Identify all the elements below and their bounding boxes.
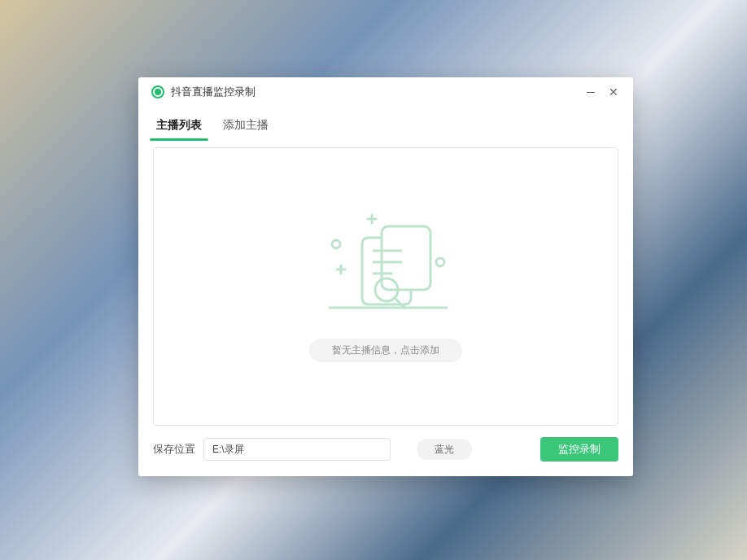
svg-point-12 [436,258,444,266]
quality-button[interactable]: 蓝光 [417,439,472,460]
quality-label: 蓝光 [435,444,454,455]
record-button[interactable]: 监控录制 [540,437,618,462]
svg-rect-1 [382,226,430,290]
minimize-icon [587,92,595,93]
save-location-label: 保存位置 [153,442,195,457]
tab-add-streamer[interactable]: 添加主播 [220,113,272,141]
footer: 保存位置 蓝光 监控录制 [138,426,633,476]
tab-streamer-list[interactable]: 主播列表 [153,113,205,141]
svg-point-11 [332,240,340,248]
app-window: 抖音直播监控录制 ✕ 主播列表 添加主播 [138,77,633,476]
empty-message-text: 暂无主播信息，点击添加 [332,344,439,356]
tab-label: 主播列表 [156,118,202,131]
titlebar: 抖音直播监控录制 ✕ [138,77,633,107]
minimize-button[interactable] [579,81,602,103]
record-label: 监控录制 [558,443,601,455]
close-button[interactable]: ✕ [602,81,625,103]
content-panel: 暂无主播信息，点击添加 [153,147,618,426]
save-path-input[interactable] [203,438,391,461]
app-icon [151,85,164,98]
tab-label: 添加主播 [223,118,269,131]
window-title: 抖音直播监控录制 [171,85,256,99]
tabs: 主播列表 添加主播 [138,107,633,141]
svg-line-6 [395,298,404,308]
empty-message-button[interactable]: 暂无主播信息，点击添加 [309,339,462,362]
empty-illustration-icon [308,212,463,326]
close-icon: ✕ [609,86,618,98]
